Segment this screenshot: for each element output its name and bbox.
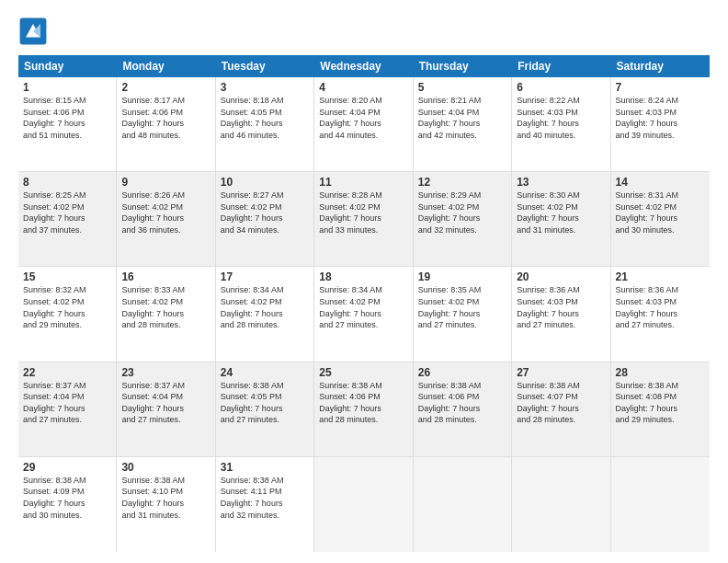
day-cell-empty <box>611 457 710 552</box>
day-info: Sunrise: 8:35 AMSunset: 4:02 PMDaylight:… <box>418 284 506 330</box>
day-info: Sunrise: 8:38 AMSunset: 4:08 PMDaylight:… <box>616 380 705 426</box>
header-day-monday: Monday <box>117 55 215 77</box>
day-cell-2: 2Sunrise: 8:17 AMSunset: 4:06 PMDaylight… <box>117 77 215 171</box>
header-day-sunday: Sunday <box>18 55 117 77</box>
day-info: Sunrise: 8:38 AMSunset: 4:05 PMDaylight:… <box>221 380 309 426</box>
day-number: 18 <box>319 270 407 283</box>
day-number: 10 <box>221 176 309 189</box>
day-cell-18: 18Sunrise: 8:34 AMSunset: 4:02 PMDayligh… <box>314 267 413 361</box>
day-info: Sunrise: 8:34 AMSunset: 4:02 PMDaylight:… <box>319 284 407 330</box>
day-info: Sunrise: 8:21 AMSunset: 4:04 PMDaylight:… <box>418 95 506 141</box>
day-number: 17 <box>221 270 309 283</box>
day-info: Sunrise: 8:20 AMSunset: 4:04 PMDaylight:… <box>319 95 407 141</box>
day-number: 4 <box>319 81 407 94</box>
day-number: 16 <box>121 270 210 283</box>
day-cell-11: 11Sunrise: 8:28 AMSunset: 4:02 PMDayligh… <box>314 172 413 266</box>
day-info: Sunrise: 8:37 AMSunset: 4:04 PMDaylight:… <box>23 380 111 426</box>
calendar: SundayMondayTuesdayWednesdayThursdayFrid… <box>18 55 710 552</box>
day-cell-26: 26Sunrise: 8:38 AMSunset: 4:06 PMDayligh… <box>414 362 512 456</box>
calendar-header: SundayMondayTuesdayWednesdayThursdayFrid… <box>18 55 710 77</box>
day-info: Sunrise: 8:27 AMSunset: 4:02 PMDaylight:… <box>221 190 309 236</box>
day-cell-13: 13Sunrise: 8:30 AMSunset: 4:02 PMDayligh… <box>512 172 610 266</box>
day-cell-empty <box>314 457 413 552</box>
day-cell-1: 1Sunrise: 8:15 AMSunset: 4:06 PMDaylight… <box>18 77 117 171</box>
day-info: Sunrise: 8:25 AMSunset: 4:02 PMDaylight:… <box>23 190 111 236</box>
day-info: Sunrise: 8:38 AMSunset: 4:09 PMDaylight:… <box>23 475 111 521</box>
day-number: 31 <box>221 461 309 474</box>
day-cell-28: 28Sunrise: 8:38 AMSunset: 4:08 PMDayligh… <box>611 362 710 456</box>
day-number: 30 <box>121 461 210 474</box>
day-info: Sunrise: 8:28 AMSunset: 4:02 PMDaylight:… <box>319 190 407 236</box>
day-number: 3 <box>221 81 309 94</box>
day-cell-31: 31Sunrise: 8:38 AMSunset: 4:11 PMDayligh… <box>216 457 314 552</box>
day-info: Sunrise: 8:15 AMSunset: 4:06 PMDaylight:… <box>23 95 111 141</box>
calendar-week-3: 15Sunrise: 8:32 AMSunset: 4:02 PMDayligh… <box>18 267 710 362</box>
header-day-wednesday: Wednesday <box>314 55 413 77</box>
day-info: Sunrise: 8:38 AMSunset: 4:10 PMDaylight:… <box>121 475 210 521</box>
day-info: Sunrise: 8:34 AMSunset: 4:02 PMDaylight:… <box>221 284 309 330</box>
day-number: 19 <box>418 270 506 283</box>
day-number: 25 <box>319 366 407 379</box>
day-cell-3: 3Sunrise: 8:18 AMSunset: 4:05 PMDaylight… <box>216 77 314 171</box>
calendar-week-2: 8Sunrise: 8:25 AMSunset: 4:02 PMDaylight… <box>18 172 710 267</box>
day-info: Sunrise: 8:31 AMSunset: 4:02 PMDaylight:… <box>616 190 705 236</box>
day-number: 7 <box>616 81 705 94</box>
calendar-page: SundayMondayTuesdayWednesdayThursdayFrid… <box>0 0 728 563</box>
day-cell-22: 22Sunrise: 8:37 AMSunset: 4:04 PMDayligh… <box>18 362 117 456</box>
day-cell-9: 9Sunrise: 8:26 AMSunset: 4:02 PMDaylight… <box>117 172 215 266</box>
day-cell-empty <box>512 457 610 552</box>
day-cell-17: 17Sunrise: 8:34 AMSunset: 4:02 PMDayligh… <box>216 267 314 361</box>
day-number: 8 <box>23 176 111 189</box>
calendar-week-1: 1Sunrise: 8:15 AMSunset: 4:06 PMDaylight… <box>18 77 710 172</box>
day-cell-8: 8Sunrise: 8:25 AMSunset: 4:02 PMDaylight… <box>18 172 117 266</box>
day-number: 23 <box>121 366 210 379</box>
day-number: 11 <box>319 176 407 189</box>
day-info: Sunrise: 8:33 AMSunset: 4:02 PMDaylight:… <box>121 284 210 330</box>
day-cell-6: 6Sunrise: 8:22 AMSunset: 4:03 PMDaylight… <box>512 77 610 171</box>
day-number: 27 <box>517 366 605 379</box>
day-number: 9 <box>121 176 210 189</box>
day-number: 15 <box>23 270 111 283</box>
day-cell-14: 14Sunrise: 8:31 AMSunset: 4:02 PMDayligh… <box>611 172 710 266</box>
day-number: 26 <box>418 366 506 379</box>
header-day-tuesday: Tuesday <box>216 55 314 77</box>
day-number: 12 <box>418 176 506 189</box>
header-day-saturday: Saturday <box>611 55 710 77</box>
day-cell-23: 23Sunrise: 8:37 AMSunset: 4:04 PMDayligh… <box>117 362 215 456</box>
day-number: 5 <box>418 81 506 94</box>
day-info: Sunrise: 8:38 AMSunset: 4:11 PMDaylight:… <box>221 475 309 521</box>
day-cell-27: 27Sunrise: 8:38 AMSunset: 4:07 PMDayligh… <box>512 362 610 456</box>
day-info: Sunrise: 8:30 AMSunset: 4:02 PMDaylight:… <box>517 190 605 236</box>
day-cell-21: 21Sunrise: 8:36 AMSunset: 4:03 PMDayligh… <box>611 267 710 361</box>
day-number: 1 <box>23 81 111 94</box>
day-number: 2 <box>121 81 210 94</box>
calendar-week-5: 29Sunrise: 8:38 AMSunset: 4:09 PMDayligh… <box>18 457 710 552</box>
day-cell-4: 4Sunrise: 8:20 AMSunset: 4:04 PMDaylight… <box>314 77 413 171</box>
day-number: 24 <box>221 366 309 379</box>
day-number: 20 <box>517 270 605 283</box>
day-info: Sunrise: 8:17 AMSunset: 4:06 PMDaylight:… <box>121 95 210 141</box>
day-number: 22 <box>23 366 111 379</box>
day-cell-25: 25Sunrise: 8:38 AMSunset: 4:06 PMDayligh… <box>314 362 413 456</box>
day-cell-5: 5Sunrise: 8:21 AMSunset: 4:04 PMDaylight… <box>414 77 512 171</box>
day-cell-10: 10Sunrise: 8:27 AMSunset: 4:02 PMDayligh… <box>216 172 314 266</box>
day-number: 21 <box>616 270 705 283</box>
day-cell-29: 29Sunrise: 8:38 AMSunset: 4:09 PMDayligh… <box>18 457 117 552</box>
day-info: Sunrise: 8:26 AMSunset: 4:02 PMDaylight:… <box>121 190 210 236</box>
calendar-body: 1Sunrise: 8:15 AMSunset: 4:06 PMDaylight… <box>18 77 710 552</box>
calendar-week-4: 22Sunrise: 8:37 AMSunset: 4:04 PMDayligh… <box>18 362 710 457</box>
day-number: 28 <box>616 366 705 379</box>
day-cell-24: 24Sunrise: 8:38 AMSunset: 4:05 PMDayligh… <box>216 362 314 456</box>
day-info: Sunrise: 8:18 AMSunset: 4:05 PMDaylight:… <box>221 95 309 141</box>
day-info: Sunrise: 8:24 AMSunset: 4:03 PMDaylight:… <box>616 95 705 141</box>
day-info: Sunrise: 8:36 AMSunset: 4:03 PMDaylight:… <box>517 284 605 330</box>
day-info: Sunrise: 8:36 AMSunset: 4:03 PMDaylight:… <box>616 284 705 330</box>
day-number: 6 <box>517 81 605 94</box>
day-cell-30: 30Sunrise: 8:38 AMSunset: 4:10 PMDayligh… <box>117 457 215 552</box>
day-number: 14 <box>616 176 705 189</box>
logo-icon <box>18 17 48 46</box>
day-info: Sunrise: 8:29 AMSunset: 4:02 PMDaylight:… <box>418 190 506 236</box>
day-info: Sunrise: 8:22 AMSunset: 4:03 PMDaylight:… <box>517 95 605 141</box>
logo <box>18 17 53 46</box>
day-cell-7: 7Sunrise: 8:24 AMSunset: 4:03 PMDaylight… <box>611 77 710 171</box>
